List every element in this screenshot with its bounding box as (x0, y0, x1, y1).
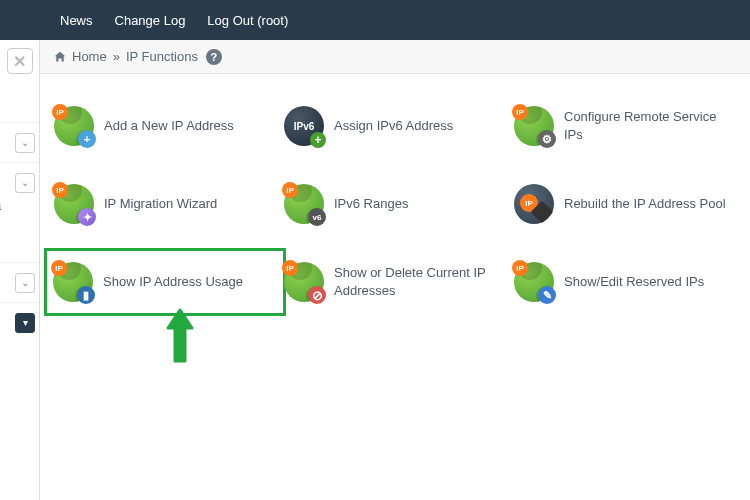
item-add-new-ip[interactable]: IP+ Add a New IP Address (50, 102, 280, 150)
globe-icon: IPv6 (284, 184, 324, 224)
item-label: Configure Remote Service IPs (564, 108, 736, 143)
top-nav: News Change Log Log Out (root) (0, 0, 750, 40)
item-label: Show IP Address Usage (103, 273, 243, 291)
chevron-down-icon[interactable]: ⌄ (15, 133, 35, 153)
globe-icon: IP✎ (514, 262, 554, 302)
sidebar-collapsed: ✕ ⌄ ⌄ a ⌄ ▾ (0, 40, 40, 500)
nav-news[interactable]: News (60, 13, 93, 28)
wrench-icon: IP (514, 184, 554, 224)
item-rebuild-pool[interactable]: IP Rebuild the IP Address Pool (510, 180, 740, 228)
item-label: Rebuild the IP Address Pool (564, 195, 726, 213)
item-assign-ipv6[interactable]: IPv6+ Assign IPv6 Address (280, 102, 510, 150)
breadcrumb: Home » IP Functions ? (40, 40, 750, 74)
item-label: Assign IPv6 Address (334, 117, 453, 135)
chevron-down-icon[interactable]: ⌄ (15, 173, 35, 193)
chevron-down-active-icon[interactable]: ▾ (15, 313, 35, 333)
globe-icon: IP▮ (53, 262, 93, 302)
item-migration-wizard[interactable]: IP✦ IP Migration Wizard (50, 180, 280, 228)
help-icon[interactable]: ? (206, 49, 222, 65)
item-configure-remote[interactable]: IP⚙ Configure Remote Service IPs (510, 102, 740, 150)
nav-changelog[interactable]: Change Log (115, 13, 186, 28)
globe-icon: IP⊘ (284, 262, 324, 302)
item-show-delete-ip[interactable]: IP⊘ Show or Delete Current IP Addresses (280, 258, 510, 306)
ipv6-icon: IPv6+ (284, 106, 324, 146)
nav-logout[interactable]: Log Out (root) (207, 13, 288, 28)
item-show-ip-usage[interactable]: IP▮ Show IP Address Usage (44, 248, 286, 316)
close-icon[interactable]: ✕ (7, 48, 33, 74)
globe-icon: IP✦ (54, 184, 94, 224)
breadcrumb-sep: » (113, 49, 120, 64)
item-ipv6-ranges[interactable]: IPv6 IPv6 Ranges (280, 180, 510, 228)
sidebar-letter: a (0, 198, 1, 213)
breadcrumb-home[interactable]: Home (72, 49, 107, 64)
item-label: IP Migration Wizard (104, 195, 217, 213)
item-label: Show or Delete Current IP Addresses (334, 264, 506, 299)
item-reserved-ips[interactable]: IP✎ Show/Edit Reserved IPs (510, 258, 740, 306)
globe-icon: IP+ (54, 106, 94, 146)
item-label: Add a New IP Address (104, 117, 234, 135)
home-icon[interactable] (54, 51, 66, 63)
main-content: Home » IP Functions ? IP+ Add a New IP A… (40, 40, 750, 500)
item-label: IPv6 Ranges (334, 195, 408, 213)
globe-icon: IP⚙ (514, 106, 554, 146)
chevron-down-icon[interactable]: ⌄ (15, 273, 35, 293)
breadcrumb-current: IP Functions (126, 49, 198, 64)
item-label: Show/Edit Reserved IPs (564, 273, 704, 291)
